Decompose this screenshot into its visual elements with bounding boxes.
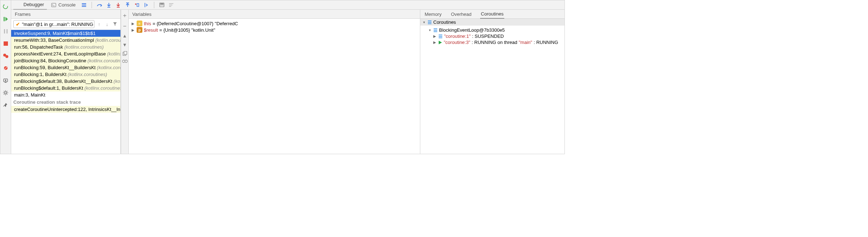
stack-frame[interactable]: createCoroutineUnintercepted:122, Intrin… — [11, 106, 120, 113]
rerun-icon[interactable] — [2, 3, 9, 10]
force-step-into-icon[interactable] — [114, 1, 122, 9]
tab-coroutines[interactable]: Coroutines — [480, 10, 504, 19]
svg-line-19 — [7, 91, 8, 91]
debugger-tool-window: Debugger Console — [0, 0, 565, 154]
show-watches-icon[interactable] — [122, 59, 128, 63]
right-pane: Memory Overhead Coroutines ▾ Coroutines … — [420, 10, 564, 154]
parameter-icon: p — [137, 27, 142, 33]
variable-name: $result — [144, 27, 158, 33]
drop-frame-icon[interactable] — [133, 1, 141, 9]
stack-frame[interactable]: invokeSuspend:9, MainKt$main$1$b$1 — [11, 30, 120, 37]
separator — [154, 2, 154, 8]
stack-frame[interactable]: runBlocking:1, BuildersKt (kotlinx.corou… — [11, 71, 120, 78]
svg-point-36 — [160, 5, 161, 6]
coroutine-name: "coroutine:3" — [444, 40, 470, 45]
tab-overhead[interactable]: Overhead — [450, 10, 472, 19]
resume-icon[interactable] — [2, 15, 9, 23]
stop-icon[interactable] — [2, 40, 9, 47]
svg-rect-35 — [160, 4, 163, 5]
expand-icon[interactable]: ▶ — [131, 28, 135, 32]
step-out-icon[interactable] — [124, 1, 132, 9]
thread-dump-icon[interactable] — [2, 77, 9, 84]
left-vertical-toolbar — [0, 0, 11, 154]
new-watch-icon[interactable]: ＋ — [122, 12, 128, 19]
stack-frame[interactable]: main:3, MainKt — [11, 91, 120, 98]
tab-debugger[interactable]: Debugger — [13, 0, 47, 10]
console-icon — [51, 3, 56, 8]
variable-row[interactable]: ▶ ≡ this = {DeferredCoroutine@1007} "Def… — [131, 20, 418, 27]
next-frame-icon[interactable]: ↓ — [104, 21, 110, 27]
variables-gutter: ＋ − ▲ ▼ — [121, 10, 129, 154]
group-icon — [438, 34, 443, 39]
filter-icon[interactable] — [112, 21, 118, 27]
coroutine-state: : RUNNING on thread — [472, 40, 517, 45]
svg-point-12 — [5, 91, 7, 94]
mute-breakpoints-icon[interactable] — [2, 64, 9, 72]
tab-console[interactable]: Console — [48, 0, 79, 10]
thread-dropdown[interactable]: ✔ "main"@1 in gr...main": RUNNING ▾ — [13, 20, 94, 28]
settings-icon[interactable] — [2, 89, 9, 96]
variables-title-label: Variables — [132, 12, 151, 17]
coroutine-row[interactable]: ▶ "coroutine:1" : SUSPENDED — [422, 33, 562, 39]
remove-watch-icon[interactable]: − — [123, 23, 126, 30]
view-breakpoints-icon[interactable] — [2, 52, 9, 59]
step-over-icon[interactable] — [96, 1, 103, 9]
expand-icon[interactable]: ▶ — [433, 34, 437, 38]
frames-list[interactable]: invokeSuspend:9, MainKt$main$1$b$1 resum… — [11, 30, 120, 154]
svg-rect-2 — [6, 29, 8, 33]
stack-frame[interactable]: runBlocking:59, BuildersKt__BuildersKt (… — [11, 64, 120, 71]
coroutines-header[interactable]: ▾ Coroutines — [420, 19, 564, 26]
thread-selector-row: ✔ "main"@1 in gr...main": RUNNING ▾ ↑ ↓ — [11, 19, 120, 30]
frames-pane: Frames ✔ "main"@1 in gr...main": RUNNING… — [11, 10, 121, 154]
coroutine-state-tail: : RUNNING — [533, 40, 558, 45]
variable-row[interactable]: ▶ p $result = {Unit@1005} "kotlin.Unit" — [131, 27, 418, 33]
stack-frame[interactable]: run:56, DispatchedTask (kotlinx.coroutin… — [11, 44, 120, 50]
frames-pane-title: Frames — [11, 10, 120, 19]
svg-rect-1 — [4, 29, 5, 33]
variable-value: = {Unit@1005} "kotlin.Unit" — [159, 27, 215, 33]
step-into-icon[interactable] — [105, 1, 113, 9]
prev-frame-icon[interactable]: ↑ — [96, 21, 102, 27]
svg-line-17 — [4, 91, 5, 91]
tab-debugger-label: Debugger — [23, 2, 44, 7]
svg-point-10 — [5, 80, 6, 81]
collapse-icon[interactable]: ▾ — [422, 20, 426, 24]
svg-rect-3 — [4, 41, 8, 46]
threads-view-icon[interactable] — [80, 1, 88, 9]
stack-frame[interactable]: runBlocking$default:1, BuildersKt (kotli… — [11, 85, 120, 91]
coroutines-tree[interactable]: ▾ BlockingEventLoop@7b3300e5 ▶ "coroutin… — [420, 26, 564, 154]
variables-pane-title: Variables — [129, 10, 420, 19]
stack-frame[interactable]: processNextEvent:274, EventLoopImplBase … — [11, 50, 120, 57]
coroutine-row[interactable]: ▶ "coroutine:3" : RUNNING on thread "mai… — [422, 39, 562, 45]
top-toolbar: Debugger Console — [11, 0, 564, 10]
duplicate-watch-icon[interactable] — [123, 51, 127, 56]
collapse-icon[interactable]: ▾ — [428, 28, 432, 32]
coroutine-dispatcher-row[interactable]: ▾ BlockingEventLoop@7b3300e5 — [422, 27, 562, 33]
coroutine-thread: "main" — [519, 40, 532, 45]
svg-point-45 — [125, 60, 128, 63]
svg-rect-11 — [5, 82, 6, 83]
expand-icon[interactable]: ▶ — [131, 22, 135, 26]
svg-point-37 — [161, 5, 162, 6]
trace-current-stream-chain-icon[interactable] — [167, 1, 175, 9]
svg-line-20 — [4, 94, 5, 94]
tab-memory[interactable]: Memory — [424, 10, 442, 19]
variables-pane: Variables ▶ ≡ this = {DeferredCoroutine@… — [129, 10, 420, 154]
main-area: Debugger Console — [11, 0, 564, 154]
run-to-cursor-icon[interactable] — [142, 1, 150, 9]
variable-value: = {DeferredCoroutine@1007} "DeferredC — [152, 21, 238, 26]
stack-frame[interactable]: runBlocking$default:38, BuildersKt__Buil… — [11, 78, 120, 85]
thread-dropdown-label: "main"@1 in gr...main": RUNNING — [22, 22, 93, 27]
group-icon — [433, 28, 438, 32]
evaluate-expression-icon[interactable] — [158, 1, 166, 9]
stack-frame[interactable]: joinBlocking:84, BlockingCoroutine (kotl… — [11, 57, 120, 64]
expand-icon[interactable]: ▶ — [433, 40, 437, 44]
pin-icon[interactable] — [2, 101, 9, 108]
svg-rect-32 — [137, 4, 139, 6]
svg-rect-43 — [124, 52, 127, 55]
variables-tree[interactable]: ▶ ≡ this = {DeferredCoroutine@1007} "Def… — [129, 19, 420, 154]
move-up-icon[interactable]: ▲ — [123, 33, 127, 39]
pause-icon[interactable] — [2, 28, 9, 35]
move-down-icon[interactable]: ▼ — [123, 42, 127, 48]
stack-frame[interactable]: resumeWith:33, BaseContinuationImpl (kot… — [11, 37, 120, 44]
